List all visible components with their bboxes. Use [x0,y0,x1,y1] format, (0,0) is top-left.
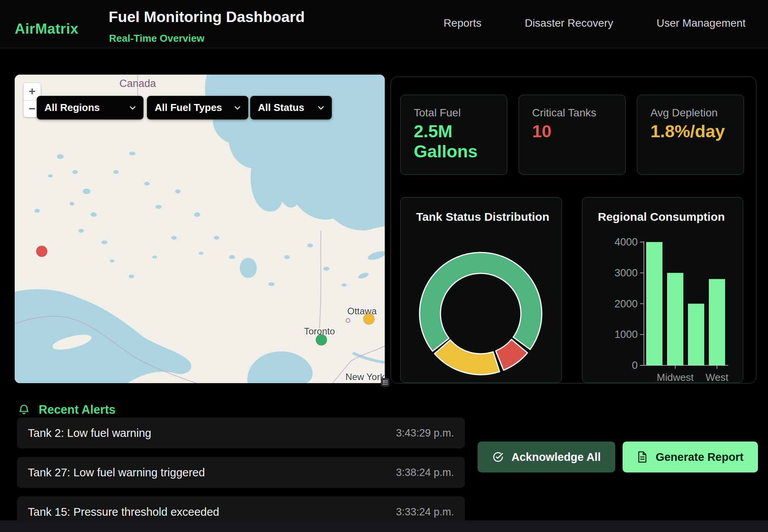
alert-text: Tank 27: Low fuel warning triggered [28,466,205,479]
y-tick-label: 4000 [614,236,638,248]
stat-label: Critical Tanks [532,107,596,119]
bottom-bar [0,520,768,532]
bell-icon [18,404,30,416]
app-header: AirMatrix Fuel Monitoring Dashboard Real… [0,0,768,48]
alert-list-item: Tank 2: Low fuel warning 3:43:29 p.m. [17,418,465,448]
donut-segment-warning [435,340,500,375]
page-title: Fuel Monitoring Dashboard [109,9,305,26]
map-resize-handle[interactable] [381,378,389,387]
fuel-type-filter-dropdown[interactable]: All Fuel Types [147,96,248,119]
alert-text: Tank 15: Pressure threshold exceeded [28,506,219,518]
map-label-canada: Canada [119,78,157,89]
map-label-new-york: New York [345,372,385,382]
report-document-icon [637,451,648,463]
stat-card-critical-tanks: Critical Tanks 10 [519,95,626,175]
stat-label: Total Fuel [414,107,461,119]
alerts-title: Recent Alerts [39,403,116,417]
page-subtitle: Real-Time Overview [109,32,205,44]
bar-region-0 [646,242,662,365]
stat-value: 2.5M Gallons [414,121,489,162]
stat-value: 1.8%/day [650,121,726,142]
generate-report-button[interactable]: Generate Report [623,442,758,472]
regional-consumption-chart-card: Regional Consumption 01000200030004000Mi… [582,197,743,383]
stat-card-avg-depletion: Avg Depletion 1.8%/day [637,95,744,175]
alerts-header: Recent Alerts [18,403,116,417]
tank-marker-normal[interactable] [316,334,327,345]
y-tick-label: 0 [632,360,638,371]
donut-chart-title: Tank Status Distribution [416,210,549,223]
y-tick-label: 2000 [614,298,638,310]
stat-label: Avg Depletion [650,107,718,119]
status-filter-dropdown[interactable]: All Status [250,96,332,119]
nav-item-user-management[interactable]: User Management [657,17,746,29]
x-tick-label: Midwest [657,372,694,382]
alert-timestamp: 3:43:29 p.m. [396,427,454,439]
stat-card-total-fuel: Total Fuel 2.5M Gallons [400,95,507,175]
acknowledge-all-button[interactable]: Acknowledge All [478,442,615,472]
acknowledge-all-label: Acknowledge All [512,451,601,464]
check-circle-icon [492,451,504,463]
generate-report-label: Generate Report [655,451,743,464]
region-filter-label: All Regions [44,102,100,114]
alert-list-item: Tank 27: Low fuel warning triggered 3:38… [17,457,465,488]
top-nav: Reports Disaster Recovery User Managemen… [444,17,746,29]
nav-item-disaster-recovery[interactable]: Disaster Recovery [525,17,613,29]
bar-region-3 [709,279,725,365]
status-filter-label: All Status [258,102,304,114]
y-tick-label: 3000 [614,267,638,279]
regional-consumption-bar-chart: 01000200030004000MidwestWest [582,198,744,382]
tank-marker-warning[interactable] [364,314,374,324]
tank-marker-critical[interactable] [36,246,47,257]
chevron-down-icon [318,106,324,110]
tank-status-donut-chart [401,198,562,382]
donut-segment-normal [420,252,542,351]
fuel-filter-label: All Fuel Types [155,102,222,114]
y-tick-label: 1000 [614,329,638,340]
tank-map[interactable]: Canada Ottawa Toronto New York [15,75,385,383]
bar-region-2 [688,304,704,366]
alert-timestamp: 3:38:24 p.m. [396,467,454,479]
region-filter-dropdown[interactable]: All Regions [37,96,143,119]
nav-item-reports[interactable]: Reports [444,17,481,29]
stat-value: 10 [532,121,608,142]
tank-status-chart-card: Tank Status Distribution [400,197,562,383]
alert-timestamp: 3:33:24 p.m. [396,506,454,518]
chevron-down-icon [234,106,241,110]
brand-logo[interactable]: AirMatrix [15,21,79,37]
alert-text: Tank 2: Low fuel warning [28,427,151,440]
chevron-down-icon [130,106,136,110]
bar-chart-title: Regional Consumption [598,210,725,223]
x-tick-label: West [706,372,729,382]
bar-region-1 [667,273,683,365]
